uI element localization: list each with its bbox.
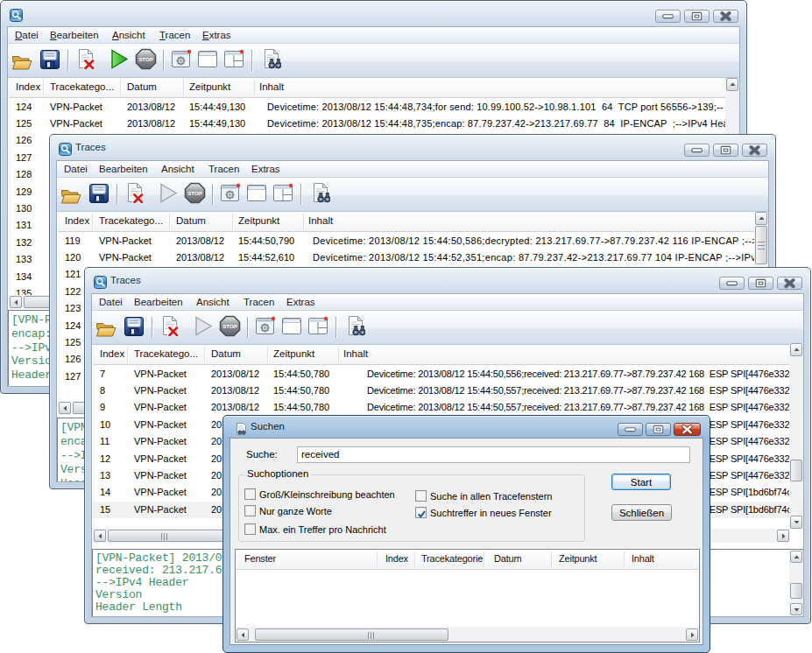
svg-text:STOP: STOP	[187, 190, 202, 196]
svg-text:STOP: STOP	[138, 56, 153, 62]
svg-text:STOP: STOP	[222, 323, 237, 329]
